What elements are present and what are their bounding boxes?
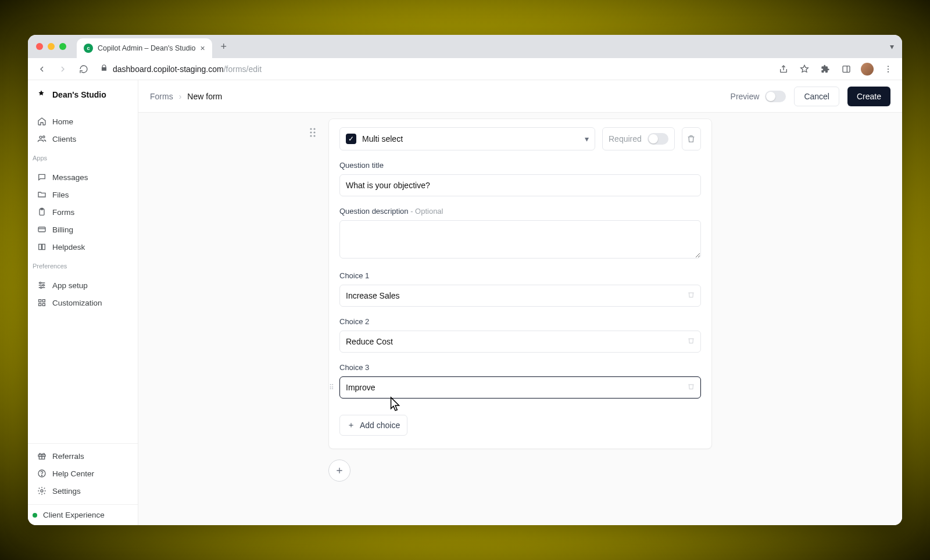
page-header: Forms › New form Preview Cancel Create [138,80,902,113]
gear-icon [37,486,46,496]
choice-2-delete-icon[interactable] [687,336,695,347]
folder-icon [37,190,46,199]
sidebar-item-files[interactable]: Files [33,186,133,203]
svg-point-23 [310,131,312,133]
question-card: ✓ Multi select ▾ Required [328,119,712,449]
pointer-cursor-icon [387,396,402,416]
choice-1-label: Choice 1 [339,271,701,280]
workspace-brand[interactable]: Dean's Studio [28,80,138,109]
required-switch[interactable] [648,133,668,145]
profile-avatar[interactable] [859,61,875,77]
create-button-label: Create [857,92,881,101]
trash-icon [686,134,696,143]
editor-canvas: ✓ Multi select ▾ Required [138,113,902,525]
question-title-input[interactable] [339,174,701,196]
kebab-menu-icon[interactable] [880,61,896,77]
sidebar-item-label: Forms [52,208,74,217]
nav-group-apps-label: Apps [28,149,138,165]
sidebar-item-clients[interactable]: Clients [33,130,133,148]
question-type-row: ✓ Multi select ▾ Required [339,127,701,150]
browser-window: c Copilot Admin – Dean's Studio × + ▾ da… [28,35,902,525]
plus-icon: ＋ [347,420,355,430]
sidebar-item-settings[interactable]: Settings [33,482,133,500]
browser-tab[interactable]: c Copilot Admin – Dean's Studio × [77,38,212,58]
svg-point-25 [310,135,312,137]
breadcrumb-current: New form [187,92,222,101]
svg-point-26 [313,135,315,137]
new-tab-button[interactable]: + [216,38,232,55]
question-type-select[interactable]: ✓ Multi select ▾ [339,127,595,150]
url-path: /forms/edit [224,64,262,74]
sidebar-item-label: Messages [52,173,88,182]
question-title-label: Question title [339,161,701,170]
tab-title: Copilot Admin – Dean's Studio [98,44,195,52]
delete-question-button[interactable] [682,127,701,150]
sidebar-item-helpdesk[interactable]: Helpdesk [33,238,133,256]
extensions-icon[interactable] [817,61,834,77]
preview-switch[interactable] [765,91,786,102]
sidebar-item-label: Files [52,191,69,199]
svg-point-24 [313,131,315,133]
sidebar-item-billing[interactable]: Billing [33,221,133,238]
bookmark-star-icon[interactable] [796,61,813,77]
choice-3-delete-icon[interactable] [687,382,695,393]
sidebar-item-messages[interactable]: Messages [33,168,133,186]
add-block-button[interactable] [328,460,350,482]
nav-group-prefs: App setup Customization [28,273,138,313]
preview-toggle-group: Preview [731,91,786,102]
choice-3-input[interactable] [339,376,701,399]
sidebar-item-referrals[interactable]: Referrals [33,447,133,465]
required-toggle-group: Required [602,127,675,150]
tabs-overflow-icon[interactable]: ▾ [890,42,894,51]
choice-2-input[interactable] [339,331,701,353]
forward-button[interactable] [55,61,71,77]
svg-rect-13 [42,300,45,302]
question-type-label: Multi select [362,134,403,143]
minimize-window-button[interactable] [48,43,55,50]
create-button[interactable]: Create [847,87,890,106]
choice-1-input[interactable] [339,285,701,307]
sidebar-item-help-center[interactable]: Help Center [33,465,133,482]
sidebar: Dean's Studio Home Clients Apps Messages [28,80,138,525]
back-button[interactable] [34,61,50,77]
block-drag-handle-icon[interactable] [309,127,317,141]
sidebar-item-label: Customization [52,299,102,307]
side-panel-icon[interactable] [838,61,854,77]
brand-name: Dean's Studio [52,90,106,99]
svg-point-4 [40,136,42,138]
svg-rect-12 [39,300,41,302]
status-dot-icon [33,513,37,518]
add-choice-button[interactable]: ＋ Add choice [339,415,407,436]
svg-rect-14 [39,303,41,306]
choice-drag-handle-icon[interactable]: ⠿ [329,383,334,392]
choice-1-delete-icon[interactable] [687,290,695,301]
book-icon [37,242,46,252]
sidebar-item-app-setup[interactable]: App setup [33,277,133,294]
sidebar-item-forms[interactable]: Forms [33,203,133,221]
add-choice-label: Add choice [360,421,400,430]
address-bar[interactable]: dashboard.copilot-staging.com/forms/edit [100,64,262,74]
sidebar-item-customization[interactable]: Customization [33,294,133,311]
card-icon [37,225,46,234]
maximize-window-button[interactable] [59,43,66,50]
reload-button[interactable] [76,61,92,77]
share-icon[interactable] [775,61,792,77]
close-window-button[interactable] [36,43,43,50]
svg-point-19 [41,475,42,476]
cancel-button[interactable]: Cancel [794,87,839,106]
nav-group-top: Home Clients [28,109,138,149]
svg-point-5 [43,136,45,138]
svg-point-20 [41,490,43,492]
svg-point-9 [40,282,41,284]
nav-group-prefs-label: Preferences [28,257,138,273]
tab-favicon: c [84,44,93,53]
checkbox-icon: ✓ [346,134,356,144]
sidebar-item-label: Clients [52,135,76,143]
tab-close-icon[interactable]: × [200,44,205,52]
breadcrumb-root[interactable]: Forms [150,92,173,101]
help-icon [37,469,46,478]
sidebar-item-home[interactable]: Home [33,113,133,130]
required-label: Required [609,134,642,143]
question-desc-input[interactable] [339,220,701,259]
client-experience-link[interactable]: Client Experience [28,504,138,525]
